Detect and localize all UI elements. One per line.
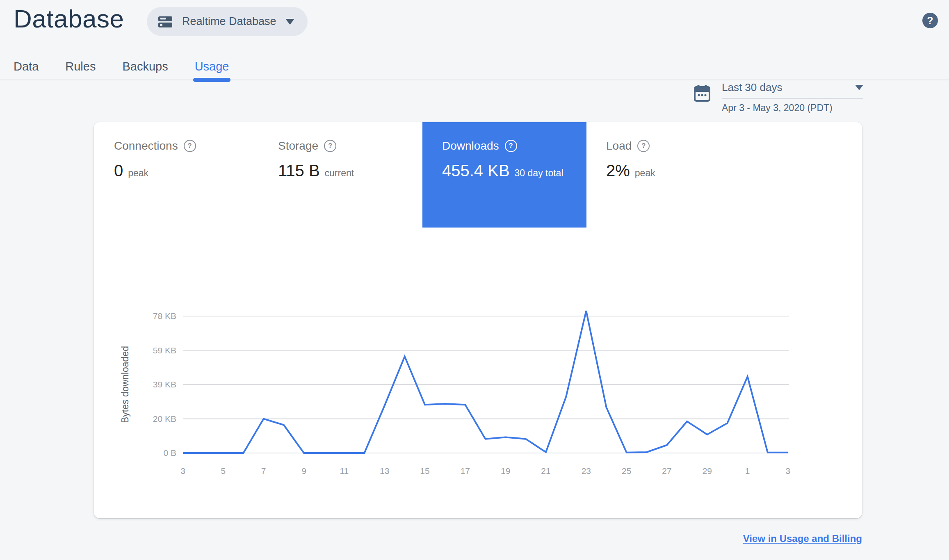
metric-label: Connections	[114, 139, 178, 153]
svg-text:13: 13	[380, 466, 389, 476]
database-instance-selector[interactable]: Realtime Database	[147, 7, 308, 36]
metric-value: 2%	[606, 162, 630, 180]
svg-text:27: 27	[662, 466, 671, 476]
tab-backups[interactable]: Backups	[122, 53, 168, 80]
tab-rules[interactable]: Rules	[65, 53, 96, 80]
help-icon[interactable]: ?	[324, 140, 336, 152]
metric-label: Load	[606, 139, 632, 153]
tab-data[interactable]: Data	[14, 53, 39, 80]
metric-unit: peak	[128, 168, 148, 179]
svg-text:23: 23	[582, 466, 591, 476]
svg-text:9: 9	[301, 466, 306, 476]
metric-label: Downloads	[442, 139, 499, 153]
svg-text:7: 7	[261, 466, 266, 476]
svg-text:Bytes downloaded: Bytes downloaded	[120, 346, 130, 423]
tab-label: Backups	[122, 60, 168, 73]
metric-tab-downloads[interactable]: Downloads ? 455.4 KB 30 day total	[422, 122, 586, 228]
metric-value: 455.4 KB	[442, 162, 510, 180]
tab-label: Usage	[195, 60, 229, 73]
metric-tabs: Connections ? 0 peak Storage ? 115 B cur…	[94, 122, 751, 228]
svg-text:1: 1	[745, 466, 750, 476]
tab-label: Rules	[65, 60, 96, 73]
view-usage-billing-link[interactable]: View in Usage and Billing	[743, 533, 862, 544]
usage-card: 0 B20 KB39 KB59 KB78 KB35791113151719212…	[94, 122, 862, 518]
calendar-icon	[693, 84, 711, 114]
svg-text:21: 21	[541, 466, 550, 476]
help-icon: ?	[927, 15, 933, 27]
metric-unit: current	[325, 168, 354, 179]
svg-text:59 KB: 59 KB	[153, 346, 176, 355]
svg-text:20 KB: 20 KB	[153, 414, 176, 423]
database-instance-label: Realtime Database	[182, 15, 276, 28]
svg-text:0 B: 0 B	[163, 448, 176, 458]
database-icon	[157, 14, 173, 30]
tab-usage[interactable]: Usage	[195, 53, 229, 80]
svg-text:17: 17	[461, 466, 470, 476]
svg-text:19: 19	[501, 466, 510, 476]
help-icon[interactable]: ?	[637, 140, 650, 152]
help-icon[interactable]: ?	[184, 140, 196, 152]
date-range-detail: Apr 3 - May 3, 2020 (PDT)	[722, 99, 863, 114]
svg-text:3: 3	[785, 466, 790, 476]
svg-text:5: 5	[221, 466, 226, 476]
svg-text:11: 11	[340, 466, 349, 476]
chevron-down-icon	[285, 19, 294, 25]
date-range-selector[interactable]: Last 30 days Apr 3 - May 3, 2020 (PDT)	[693, 81, 863, 114]
svg-text:25: 25	[622, 466, 631, 476]
date-range-text: Last 30 days Apr 3 - May 3, 2020 (PDT)	[722, 81, 863, 114]
date-range-preset: Last 30 days	[722, 81, 782, 94]
svg-text:29: 29	[703, 466, 712, 476]
tab-bar: Data Rules Backups Usage	[0, 53, 949, 80]
metric-label: Storage	[278, 139, 318, 153]
chevron-down-icon	[855, 85, 863, 90]
metric-value: 115 B	[278, 162, 320, 180]
tab-label: Data	[14, 60, 39, 73]
metric-tab-load[interactable]: Load ? 2% peak	[586, 122, 751, 228]
page-title: Database	[14, 4, 124, 33]
metric-value: 0	[114, 162, 123, 180]
help-button[interactable]: ?	[922, 13, 938, 28]
metric-tab-storage[interactable]: Storage ? 115 B current	[258, 122, 422, 228]
svg-text:3: 3	[180, 466, 185, 476]
svg-text:15: 15	[420, 466, 429, 476]
svg-text:39 KB: 39 KB	[153, 380, 176, 389]
metric-unit: peak	[635, 168, 655, 179]
metric-unit: 30 day total	[515, 168, 563, 179]
svg-text:78 KB: 78 KB	[153, 311, 176, 321]
help-icon[interactable]: ?	[505, 140, 517, 152]
metric-tab-connections[interactable]: Connections ? 0 peak	[94, 122, 258, 228]
firebase-database-usage-page: Database Realtime Database ? Data Rules …	[0, 0, 949, 560]
active-tab-indicator	[193, 78, 231, 82]
